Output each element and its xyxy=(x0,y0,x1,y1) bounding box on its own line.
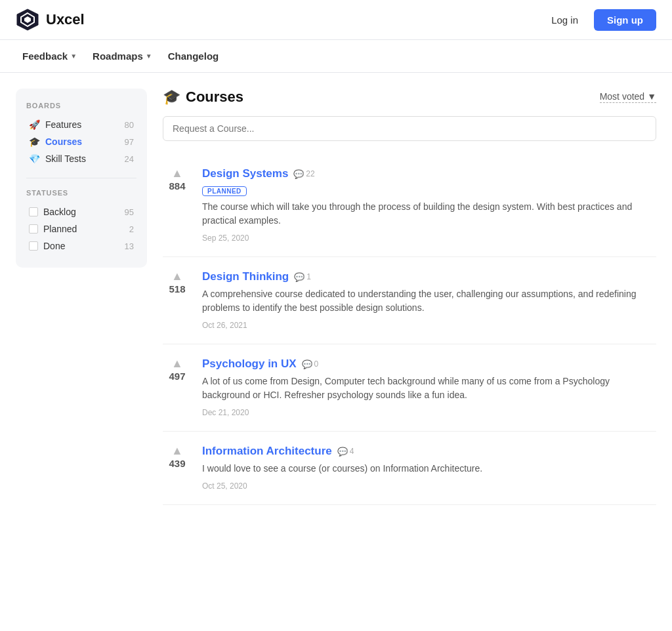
header-actions: Log in Sign up xyxy=(543,9,656,31)
comment-count: 💬 0 xyxy=(302,359,319,369)
vote-count: 439 xyxy=(169,458,185,469)
comment-count: 💬 4 xyxy=(337,447,354,457)
nav-item-feedback[interactable]: Feedback ▼ xyxy=(16,47,83,66)
done-label: Done xyxy=(43,241,65,251)
sort-label: Most voted xyxy=(600,91,644,102)
nav-label-roadmaps: Roadmaps xyxy=(93,51,143,62)
post-title-row: Design Systems 💬 22 xyxy=(202,167,656,180)
post-body: Psychology in UX 💬 0 A lot of us come fr… xyxy=(202,357,656,418)
post-title-row: Design Thinking 💬 1 xyxy=(202,270,656,283)
post-date: Sep 25, 2020 xyxy=(202,234,249,243)
comment-icon: 💬 xyxy=(293,169,304,179)
nav-label-changelog: Changelog xyxy=(168,51,219,62)
post-title[interactable]: Design Systems xyxy=(202,167,288,180)
post-title-row: Psychology in UX 💬 0 xyxy=(202,357,656,371)
signup-button[interactable]: Sign up xyxy=(594,9,656,31)
vote-section: ▲ 518 xyxy=(163,270,192,331)
skill-tests-label: Skill Tests xyxy=(45,153,86,164)
done-checkbox[interactable] xyxy=(29,241,38,251)
post-date: Oct 26, 2021 xyxy=(202,321,247,330)
vote-section: ▲ 884 xyxy=(163,167,192,243)
done-count: 13 xyxy=(125,241,134,251)
status-item-planned[interactable]: Planned 2 xyxy=(26,220,136,237)
upvote-button[interactable]: ▲ xyxy=(171,445,183,457)
planned-checkbox[interactable] xyxy=(29,224,38,234)
sort-chevron-icon: ▼ xyxy=(647,91,656,102)
main-content: BOARDS 🚀 Features 80 🎓 Courses 97 💎 Skil… xyxy=(0,73,672,521)
comment-icon: 💬 xyxy=(302,359,312,369)
post-title-row: Information Architecture 💬 4 xyxy=(202,445,656,458)
post-title[interactable]: Information Architecture xyxy=(202,445,332,458)
search-input[interactable] xyxy=(163,116,656,141)
courses-label: Courses xyxy=(45,136,82,147)
upvote-button[interactable]: ▲ xyxy=(171,270,183,282)
post-description: A comprehensive course dedicated to unde… xyxy=(202,287,656,315)
status-item-backlog[interactable]: Backlog 95 xyxy=(26,203,136,220)
upvote-button[interactable]: ▲ xyxy=(171,167,183,179)
post-card: ▲ 497 Psychology in UX 💬 0 A lot of us c… xyxy=(163,344,656,432)
statuses-section-title: STATUSES xyxy=(26,189,136,197)
boards-section-title: BOARDS xyxy=(26,102,136,110)
header: Uxcel Log in Sign up xyxy=(0,0,672,40)
nav-item-roadmaps[interactable]: Roadmaps ▼ xyxy=(86,47,159,66)
feed-title: 🎓 Courses xyxy=(163,89,243,106)
post-date: Dec 21, 2020 xyxy=(202,408,249,417)
features-emoji: 🚀 xyxy=(29,119,40,130)
post-card: ▲ 439 Information Architecture 💬 4 I wou… xyxy=(163,432,656,505)
vote-section: ▲ 497 xyxy=(163,357,192,418)
logo-icon xyxy=(16,8,39,31)
upvote-button[interactable]: ▲ xyxy=(171,357,183,369)
comment-icon: 💬 xyxy=(294,272,304,282)
comment-icon: 💬 xyxy=(337,447,348,457)
comment-count: 💬 22 xyxy=(293,169,314,179)
sidebar-item-skill-tests[interactable]: 💎 Skill Tests 24 xyxy=(26,150,136,167)
feed: 🎓 Courses Most voted ▼ ▲ 884 Design Syst… xyxy=(163,89,656,505)
skill-tests-emoji: 💎 xyxy=(29,153,40,164)
logo-text: Uxcel xyxy=(46,11,85,28)
backlog-checkbox[interactable] xyxy=(29,207,38,216)
post-body: Design Systems 💬 22 PLANNED The course w… xyxy=(202,167,656,243)
login-button[interactable]: Log in xyxy=(543,10,586,30)
post-date: Oct 25, 2020 xyxy=(202,481,247,491)
feed-title-emoji: 🎓 xyxy=(163,89,180,106)
courses-emoji: 🎓 xyxy=(29,136,40,147)
sidebar-divider xyxy=(26,178,136,178)
backlog-label: Backlog xyxy=(43,207,76,217)
status-badge: PLANNED xyxy=(202,186,247,196)
post-title[interactable]: Design Thinking xyxy=(202,270,289,283)
features-count: 80 xyxy=(125,120,134,130)
post-card: ▲ 518 Design Thinking 💬 1 A comprehensiv… xyxy=(163,257,656,344)
backlog-count: 95 xyxy=(125,207,134,217)
sidebar-item-courses[interactable]: 🎓 Courses 97 xyxy=(26,133,136,150)
features-label: Features xyxy=(45,119,81,130)
post-body: Information Architecture 💬 4 I would lov… xyxy=(202,445,656,491)
chevron-down-icon: ▼ xyxy=(70,52,77,60)
vote-count: 884 xyxy=(169,180,185,192)
sort-dropdown[interactable]: Most voted ▼ xyxy=(600,91,656,103)
post-card: ▲ 884 Design Systems 💬 22 PLANNED The co… xyxy=(163,154,656,257)
sidebar: BOARDS 🚀 Features 80 🎓 Courses 97 💎 Skil… xyxy=(16,89,147,268)
vote-count: 497 xyxy=(169,371,185,382)
planned-count: 2 xyxy=(129,224,134,234)
nav: Feedback ▼ Roadmaps ▼ Changelog xyxy=(0,40,672,73)
nav-item-changelog[interactable]: Changelog xyxy=(161,47,226,66)
comment-count: 💬 1 xyxy=(294,272,311,282)
status-item-done[interactable]: Done 13 xyxy=(26,237,136,254)
planned-label: Planned xyxy=(43,224,77,234)
vote-count: 518 xyxy=(169,283,185,295)
skill-tests-count: 24 xyxy=(125,154,134,164)
vote-section: ▲ 439 xyxy=(163,445,192,491)
nav-label-feedback: Feedback xyxy=(22,51,68,62)
feed-header: 🎓 Courses Most voted ▼ xyxy=(163,89,656,106)
courses-count: 97 xyxy=(125,137,134,147)
logo: Uxcel xyxy=(16,8,85,31)
post-description: The course which will take you through t… xyxy=(202,200,656,228)
post-description: I would love to see a course (or courses… xyxy=(202,462,656,476)
sidebar-item-features[interactable]: 🚀 Features 80 xyxy=(26,116,136,133)
post-title[interactable]: Psychology in UX xyxy=(202,357,297,371)
post-description: A lot of us come from Design, Computer t… xyxy=(202,375,656,402)
post-body: Design Thinking 💬 1 A comprehensive cour… xyxy=(202,270,656,331)
chevron-down-icon: ▼ xyxy=(146,52,152,60)
